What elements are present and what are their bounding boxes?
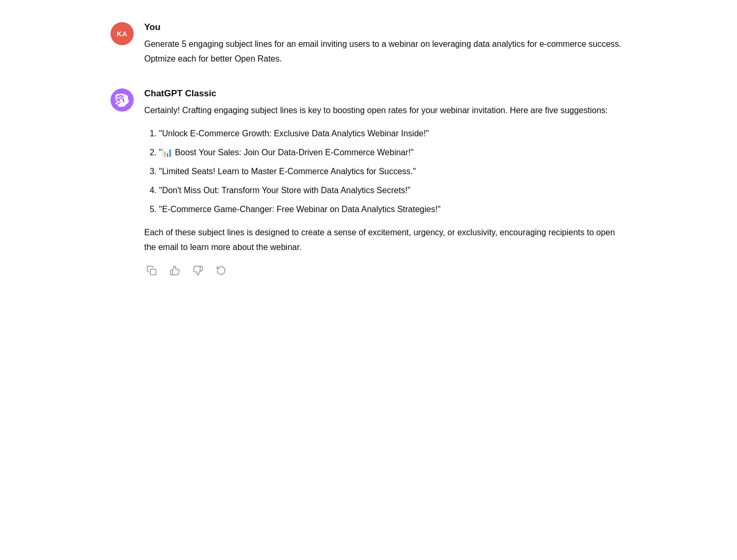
regenerate-button[interactable] [214, 263, 228, 278]
list-item: "Limited Seats! Learn to Master E-Commer… [159, 164, 626, 179]
conversation-container: KA You Generate 5 engaging subject lines… [111, 21, 626, 278]
svg-rect-0 [151, 269, 156, 275]
list-item: "Don't Miss Out: Transform Your Store wi… [159, 183, 626, 198]
bot-message-content: ChatGPT Classic Certainly! Crafting enga… [144, 87, 626, 278]
copy-icon [146, 265, 157, 276]
user-avatar: KA [111, 22, 134, 45]
subject-lines-list: "Unlock E-Commerce Growth: Exclusive Dat… [144, 126, 626, 217]
list-item: "E-Commerce Game-Changer: Free Webinar o… [159, 202, 626, 217]
chatgpt-logo-icon [115, 93, 129, 107]
list-item: "📊 Boost Your Sales: Join Our Data-Drive… [159, 145, 626, 160]
user-message-text: Generate 5 engaging subject lines for an… [144, 37, 626, 66]
user-sender-name: You [144, 22, 626, 33]
thumbs-up-button[interactable] [167, 263, 182, 278]
thumbs-down-button[interactable] [191, 263, 205, 278]
bot-avatar [111, 88, 134, 112]
user-message-content: You Generate 5 engaging subject lines fo… [144, 21, 626, 66]
list-item: "Unlock E-Commerce Growth: Exclusive Dat… [159, 126, 626, 141]
regenerate-icon [216, 265, 226, 276]
thumbs-down-icon [193, 265, 203, 276]
bot-sender-name: ChatGPT Classic [144, 88, 626, 99]
bot-message: ChatGPT Classic Certainly! Crafting enga… [111, 87, 626, 278]
bot-message-text: Certainly! Crafting engaging subject lin… [144, 103, 626, 255]
copy-button[interactable] [144, 263, 159, 278]
message-actions [144, 263, 626, 278]
user-message: KA You Generate 5 engaging subject lines… [111, 21, 626, 66]
thumbs-up-icon [170, 265, 180, 276]
